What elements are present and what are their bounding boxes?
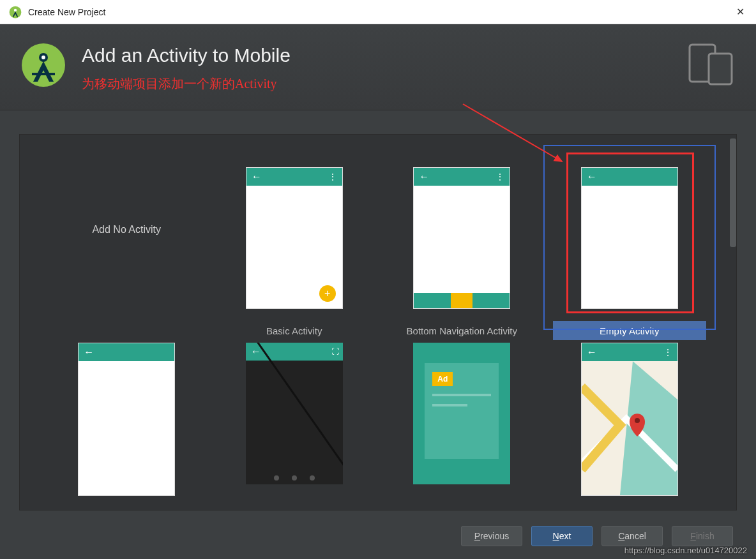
- template-empty-activity[interactable]: ← Empty Activity: [546, 155, 714, 340]
- wizard-header: Add an Activity to Mobile 为移动端项目添加一个新的Ac…: [0, 24, 756, 110]
- window-title: Create New Project: [28, 7, 105, 17]
- cancel-button[interactable]: Cancel: [601, 526, 663, 546]
- annotation-subtitle: 为移动端项目添加一个新的Activity: [82, 75, 291, 93]
- back-arrow-icon: ←: [252, 171, 262, 183]
- template-label: Empty Activity: [553, 321, 706, 340]
- svg-point-8: [635, 418, 640, 423]
- svg-point-4: [42, 56, 45, 59]
- template-row2-1[interactable]: ←: [43, 343, 211, 483]
- fab-icon: +: [319, 285, 336, 302]
- template-google-maps-activity[interactable]: ←⋮: [546, 343, 714, 483]
- android-studio-icon: [9, 6, 22, 19]
- previous-button[interactable]: Previous: [461, 526, 522, 546]
- android-studio-logo: [20, 42, 66, 88]
- watermark-text: https://blog.csdn.net/u014720022: [624, 546, 747, 555]
- template-admob-activity[interactable]: Ad: [378, 343, 546, 483]
- empty-activity-thumb: ←: [581, 167, 678, 309]
- template-bottom-navigation-activity[interactable]: ←⋮ Bottom Navigation Activity: [378, 155, 546, 340]
- no-activity-label: Add No Activity: [92, 224, 161, 235]
- scrollbar-thumb[interactable]: [730, 138, 736, 247]
- basic-activity-thumb: ←⋮ +: [246, 167, 343, 309]
- finish-button: Finish: [672, 526, 733, 546]
- bottom-nav-thumb: ←⋮: [413, 167, 510, 309]
- next-button[interactable]: Next: [531, 526, 593, 546]
- template-add-no-activity[interactable]: Add No Activity: [43, 155, 211, 321]
- svg-rect-6: [709, 54, 732, 84]
- template-basic-activity[interactable]: ←⋮ + Basic Activity: [211, 155, 379, 340]
- svg-point-1: [14, 8, 17, 11]
- devices-icon: [687, 42, 737, 87]
- wizard-window: Add an Activity to Mobile 为移动端项目添加一个新的Ac…: [0, 24, 756, 559]
- template-fullscreen-activity[interactable]: ←⛶: [211, 343, 379, 483]
- wizard-buttons: Previous Next Cancel Finish: [461, 526, 733, 546]
- close-icon[interactable]: ✕: [734, 3, 747, 20]
- template-gallery: Add No Activity ←⋮ + Basic Activity ←⋮: [19, 134, 737, 511]
- map-thumb: [582, 361, 677, 495]
- template-label: Bottom Navigation Activity: [385, 321, 538, 340]
- template-label: Basic Activity: [218, 321, 371, 340]
- fullscreen-icon: ⛶: [331, 347, 338, 356]
- overflow-icon: ⋮: [328, 172, 337, 182]
- page-title: Add an Activity to Mobile: [82, 45, 291, 66]
- titlebar: Create New Project ✕: [0, 0, 756, 24]
- ad-badge: Ad: [432, 372, 453, 386]
